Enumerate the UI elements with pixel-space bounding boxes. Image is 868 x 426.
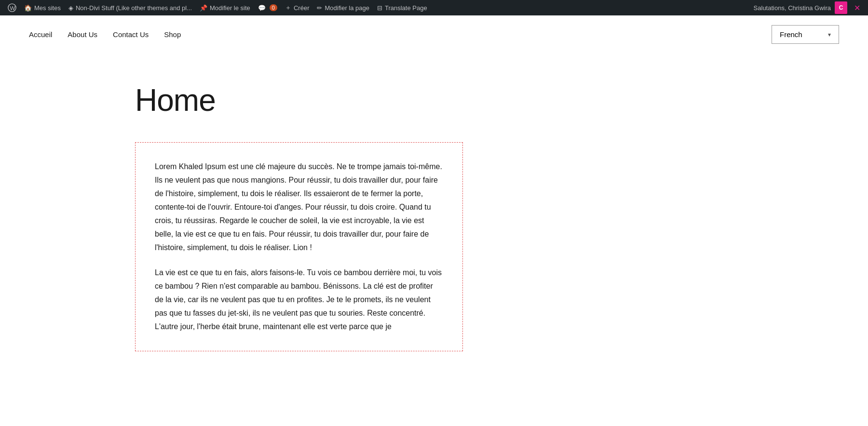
translate-icon: ⊟ [377,4,382,12]
content-paragraph-1: Lorem Khaled Ipsum est une clé majeure d… [155,160,443,254]
comment-count: 0 [270,4,277,11]
site-nav: Accueil About Us Contact Us Shop French … [0,15,868,53]
language-selector[interactable]: French ▾ [772,25,839,44]
admin-bar: W 🏠 Mes sites ◈ Non-Divi Stuff (Like oth… [0,0,868,15]
nav-item-contact-us[interactable]: Contact Us [113,30,149,39]
comments-icon: 💬 [258,4,266,12]
svg-text:W: W [10,5,15,11]
nav-item-accueil[interactable]: Accueil [29,30,52,39]
modifier-page-button[interactable]: ✏ Modifier la page [313,0,373,15]
nav-item-about-us[interactable]: About Us [68,30,97,39]
close-admin-bar-button[interactable]: ✕ [850,0,864,15]
main-content: Home Lorem Khaled Ipsum est une clé maje… [96,53,772,390]
avatar-initial: C [839,4,843,11]
content-paragraph-2: La vie est ce que tu en fais, alors fais… [155,266,443,333]
creer-label: Créer [294,4,310,12]
mes-sites-label: Mes sites [34,4,61,12]
translate-page-button[interactable]: ⊟ Translate Page [373,0,431,15]
translate-page-label: Translate Page [385,4,427,12]
modifier-site-icon: 📌 [200,4,207,12]
modifier-page-icon: ✏ [317,4,322,12]
creer-button[interactable]: ＋ Créer [281,0,313,15]
nav-links: Accueil About Us Contact Us Shop [29,30,181,39]
non-divi-label: Non-Divi Stuff (Like other themes and pl… [76,4,192,12]
mes-sites-button[interactable]: 🏠 Mes sites [20,0,65,15]
avatar[interactable]: C [835,1,847,14]
non-divi-button[interactable]: ◈ Non-Divi Stuff (Like other themes and … [65,0,196,15]
comments-button[interactable]: 💬 0 [254,0,281,15]
greeting-text: Salutations, Christina Gwira [750,4,835,12]
modifier-site-label: Modifier le site [210,4,250,12]
nav-link-about-us[interactable]: About Us [68,30,97,39]
creer-plus-icon: ＋ [285,3,291,12]
wp-logo-button[interactable]: W [4,0,20,15]
nav-link-accueil[interactable]: Accueil [29,30,52,39]
chevron-down-icon: ▾ [828,31,831,38]
admin-bar-right: Salutations, Christina Gwira C ✕ [750,0,864,15]
non-divi-icon: ◈ [68,4,73,12]
modifier-site-button[interactable]: 📌 Modifier le site [196,0,254,15]
language-selected-label: French [780,30,802,39]
page-title: Home [135,82,733,118]
modifier-page-label: Modifier la page [325,4,369,12]
nav-link-contact-us[interactable]: Contact Us [113,30,149,39]
mes-sites-icon: 🏠 [24,4,32,12]
nav-link-shop[interactable]: Shop [164,30,181,39]
content-box: Lorem Khaled Ipsum est une clé majeure d… [135,142,463,351]
nav-item-shop[interactable]: Shop [164,30,181,39]
